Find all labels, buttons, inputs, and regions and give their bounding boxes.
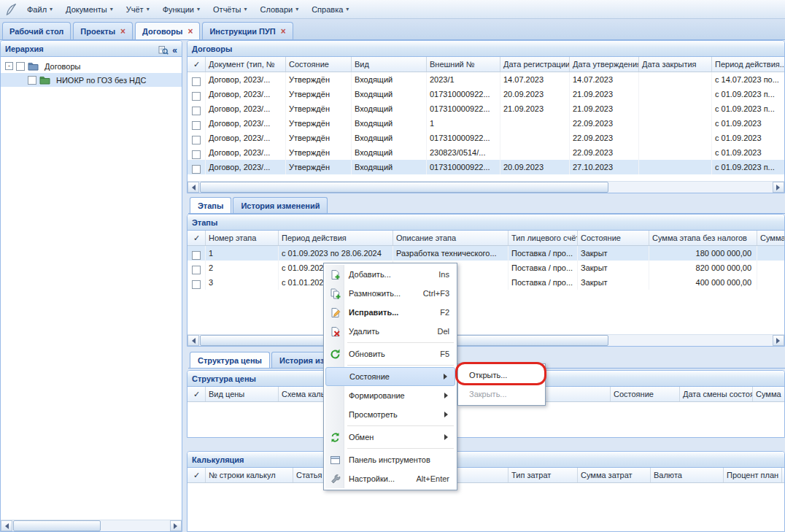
contracts-row[interactable]: Договор, 2023/...УтверждёнВходящий2023/1… (187, 72, 784, 87)
tree-node-label[interactable]: Договоры (42, 61, 83, 72)
menu-item-label: Просмотреть (349, 410, 455, 419)
tree-checkbox[interactable] (16, 62, 25, 71)
stages-horizontal-scrollbar[interactable] (187, 334, 784, 346)
price-column-header[interactable]: Состояние (611, 387, 680, 401)
submenu-item[interactable]: Открыть... (460, 366, 544, 385)
tree-node[interactable]: НИОКР по ГОЗ без НДС (1, 73, 182, 87)
row-checkbox[interactable] (192, 136, 201, 144)
row-checkbox[interactable] (192, 165, 201, 174)
collapse-panel-icon[interactable]: « (172, 47, 177, 54)
menu-item[interactable]: Формирование (325, 386, 455, 405)
calc-column-header[interactable]: № строки калькул (206, 468, 293, 482)
stages-column-header[interactable]: Состояние (578, 231, 649, 245)
scroll-right-button[interactable] (773, 335, 784, 346)
menu-item[interactable]: ОбновитьF5 (325, 344, 455, 363)
tree-checkbox[interactable] (28, 76, 36, 85)
contracts-row[interactable]: Договор, 2023/...УтверждёнВходящий017310… (187, 87, 784, 101)
contracts-row[interactable]: Договор, 2023/...УтверждёнВходящий122.09… (187, 116, 784, 131)
tree-expand-toggle[interactable]: - (5, 62, 13, 70)
menu-item[interactable]: Состояние (325, 367, 455, 386)
sidebar-horizontal-scrollbar[interactable] (1, 520, 182, 531)
scroll-thumb[interactable] (200, 182, 608, 193)
scroll-left-button[interactable] (187, 182, 199, 193)
workspace-tab[interactable]: Рабочий стол (2, 22, 71, 39)
menubar-item[interactable]: Словари▾ (253, 2, 305, 17)
scroll-thumb[interactable] (13, 520, 101, 531)
menubar-item[interactable]: Учёт▾ (120, 2, 156, 17)
select-all-column-header[interactable]: ✓ (187, 57, 206, 72)
contracts-column-header[interactable]: Вид (352, 57, 427, 72)
contracts-row[interactable]: Договор, 2023/...УтверждёнВходящий017310… (187, 160, 784, 174)
row-checkbox[interactable] (192, 92, 201, 101)
menu-item[interactable]: УдалитьDel (325, 322, 455, 341)
calc-column-header[interactable]: Процент план (724, 468, 782, 482)
menu-item[interactable]: Исправить...F2 (325, 303, 455, 322)
contracts-column-header[interactable]: Внешний № (427, 57, 500, 72)
row-checkbox[interactable] (192, 150, 201, 159)
tab-close-icon[interactable]: × (281, 28, 286, 35)
row-checkbox[interactable] (192, 107, 201, 115)
scroll-right-button[interactable] (170, 520, 182, 531)
detail-tab[interactable]: Этапы (190, 197, 231, 213)
contracts-horizontal-scrollbar[interactable] (187, 181, 784, 193)
row-checkbox[interactable] (192, 121, 201, 130)
stages-column-header[interactable]: Сумма (757, 231, 784, 245)
contracts-column-header[interactable]: Дата закрытия (639, 57, 712, 72)
menu-item[interactable]: Настройки...Alt+Enter (325, 469, 455, 488)
stages-column-header[interactable]: Номер этапа (206, 231, 279, 245)
select-all-column-header[interactable]: ✓ (187, 468, 206, 482)
scroll-right-button[interactable] (773, 182, 784, 193)
contracts-column-header[interactable]: Дата утверждения (570, 57, 639, 72)
row-checkbox[interactable] (192, 251, 201, 260)
select-all-column-header[interactable]: ✓ (187, 387, 206, 401)
menubar-item[interactable]: Справка▾ (305, 2, 355, 17)
price-column-header[interactable]: Сумма (753, 387, 784, 401)
contracts-cell: с 14.07.2023 по... (712, 72, 784, 87)
tab-close-icon[interactable]: × (187, 28, 193, 35)
menu-item[interactable]: Добавить...Ins (325, 265, 455, 284)
scroll-left-button[interactable] (187, 335, 199, 346)
contracts-row[interactable]: Договор, 2023/...УтверждёнВходящий017310… (187, 131, 784, 145)
stages-column-header[interactable]: Описание этапа (393, 231, 508, 245)
calc-column-header[interactable]: Процент ф (782, 468, 784, 482)
tab-close-icon[interactable]: × (120, 28, 125, 35)
contracts-row[interactable]: Договор, 2023/...УтверждёнВходящий230823… (187, 145, 784, 160)
detail-tab[interactable]: История изменений (233, 197, 328, 213)
menubar-item[interactable]: Функции▾ (156, 2, 206, 17)
menubar-item[interactable]: Документы▾ (59, 2, 120, 17)
workspace-tab[interactable]: Инструкции ПУП× (202, 22, 293, 39)
row-checkbox[interactable] (192, 266, 201, 274)
menu-item[interactable]: Просмотреть (325, 405, 455, 424)
stages-row[interactable]: 3с 01.01.202...зделия и ...Поставка / пр… (187, 275, 784, 290)
workspace-tab[interactable]: Проекты× (73, 22, 133, 39)
stages-column-header[interactable]: Тип лицевого счёт (508, 231, 578, 245)
menu-item[interactable]: Размножить...Ctrl+F3 (325, 284, 455, 303)
stages-row[interactable]: 2с 01.09.202...очей конс...Поставка / пр… (187, 261, 784, 275)
price-tab[interactable]: Структура цены (190, 352, 270, 368)
menu-item[interactable]: Обмен (325, 428, 455, 447)
stages-column-header[interactable]: Сумма этапа без налогов (649, 231, 757, 245)
contracts-row[interactable]: Договор, 2023/...УтверждёнВходящий017310… (187, 101, 784, 116)
row-checkbox[interactable] (192, 280, 201, 289)
contracts-column-header[interactable]: Период действия... (712, 57, 784, 72)
stages-row[interactable]: 1с 01.09.2023 по 28.06.2024Разработка те… (187, 246, 784, 261)
contracts-column-header[interactable]: Дата регистрации (500, 57, 570, 72)
stages-column-header[interactable]: Период действия (279, 231, 393, 245)
contracts-column-header[interactable]: Состояние (286, 57, 352, 72)
find-icon[interactable] (158, 45, 169, 55)
scroll-left-button[interactable] (1, 520, 12, 531)
calc-column-header[interactable]: Валюта (651, 468, 724, 482)
select-all-column-header[interactable]: ✓ (187, 231, 206, 245)
workspace-tab[interactable]: Договоры× (135, 22, 200, 39)
contracts-column-header[interactable]: Документ (тип, № (206, 57, 286, 72)
menubar-item[interactable]: Отчёты▾ (206, 2, 253, 17)
price-column-header[interactable]: Дата смены состоя (680, 387, 753, 401)
menubar-item[interactable]: Файл▾ (20, 2, 59, 17)
calc-column-header[interactable]: Тип затрат (508, 468, 578, 482)
menu-item[interactable]: Панель инструментов (325, 450, 455, 469)
row-checkbox[interactable] (192, 77, 201, 86)
tree-node-label[interactable]: НИОКР по ГОЗ без НДС (53, 75, 149, 85)
tree-node[interactable]: -Договоры (1, 59, 182, 73)
calc-column-header[interactable]: Сумма затрат (578, 468, 651, 482)
price-column-header[interactable]: Вид цены (206, 387, 279, 401)
